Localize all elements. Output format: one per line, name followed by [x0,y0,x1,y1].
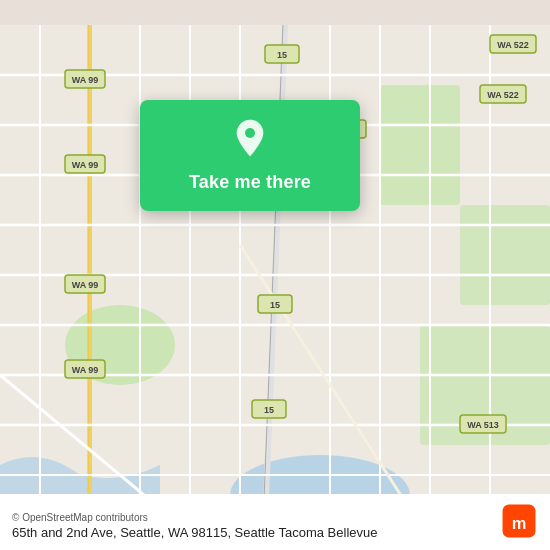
svg-rect-4 [460,205,550,305]
location-card: Take me there [140,100,360,211]
location-pin-icon [230,118,270,158]
svg-text:WA 513: WA 513 [467,420,499,430]
address-text: 65th and 2nd Ave, Seattle, WA 98115, Sea… [12,525,377,540]
moovit-logo: m [500,502,538,540]
address-block: © OpenStreetMap contributors 65th and 2n… [12,512,377,540]
svg-text:WA 99: WA 99 [72,280,99,290]
svg-text:m: m [512,514,527,532]
svg-text:15: 15 [270,300,280,310]
svg-text:WA 99: WA 99 [72,160,99,170]
bottom-bar: © OpenStreetMap contributors 65th and 2n… [0,494,550,550]
moovit-logo-icon: m [500,502,538,540]
svg-text:WA 522: WA 522 [497,40,529,50]
osm-credit: © OpenStreetMap contributors [12,512,377,523]
map-background: WA 522 WA 522 WA 522 WA 99 WA 99 WA 99 W… [0,0,550,550]
svg-point-52 [245,128,255,138]
svg-rect-3 [380,85,460,205]
svg-text:WA 522: WA 522 [487,90,519,100]
svg-text:WA 99: WA 99 [72,365,99,375]
take-me-there-button[interactable]: Take me there [181,168,319,197]
svg-text:15: 15 [264,405,274,415]
map-container: WA 522 WA 522 WA 522 WA 99 WA 99 WA 99 W… [0,0,550,550]
svg-text:WA 99: WA 99 [72,75,99,85]
svg-text:15: 15 [277,50,287,60]
